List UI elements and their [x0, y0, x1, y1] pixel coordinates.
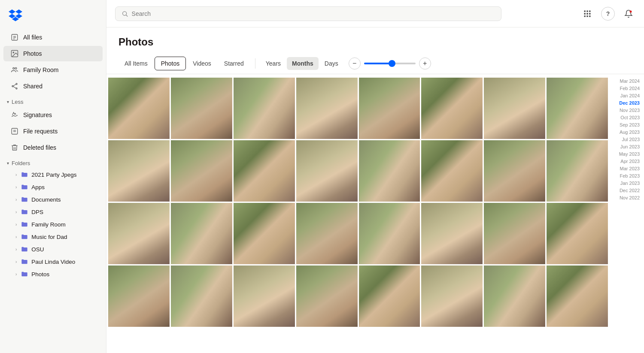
- view-tabs: Years Months Days: [261, 57, 343, 70]
- photo-cell[interactable]: [359, 203, 420, 264]
- search-input[interactable]: [132, 10, 495, 17]
- timeline-item-oct-2023[interactable]: Oct 2023: [611, 114, 642, 121]
- photo-cell[interactable]: [296, 266, 358, 327]
- photo-cell[interactable]: [547, 78, 608, 139]
- tab-days[interactable]: Days: [319, 57, 343, 70]
- photo-cell[interactable]: [234, 266, 295, 327]
- timeline-item-nov-2022[interactable]: Nov 2022: [611, 194, 642, 201]
- photo-cell[interactable]: [484, 203, 545, 264]
- sidebar-item-signatures[interactable]: Signatures: [3, 107, 103, 123]
- photo-cell[interactable]: [547, 140, 608, 202]
- svg-point-10: [16, 88, 17, 89]
- sidebar-folder-documents[interactable]: › Documents: [3, 193, 103, 205]
- sidebar-folder-paul-linda-video[interactable]: › Paul Linda Video: [3, 256, 103, 268]
- photo-cell[interactable]: [171, 203, 232, 264]
- tab-years[interactable]: Years: [261, 57, 286, 70]
- zoom-slider[interactable]: [364, 63, 416, 64]
- sidebar-item-label: Photos: [23, 50, 42, 57]
- photo-cell[interactable]: [296, 203, 358, 264]
- svg-rect-18: [584, 10, 586, 12]
- sidebar-folder-apps[interactable]: › Apps: [3, 181, 103, 193]
- photo-cell[interactable]: [484, 140, 545, 202]
- tab-starred[interactable]: Starred: [218, 57, 250, 70]
- folders-section-header[interactable]: ▾ Folders: [0, 156, 106, 168]
- photo-cell[interactable]: [421, 140, 483, 202]
- search-bar[interactable]: [115, 6, 501, 21]
- header-actions: ?: [580, 7, 635, 21]
- photo-cell[interactable]: [484, 266, 545, 327]
- tab-months[interactable]: Months: [287, 57, 319, 70]
- sidebar-folder-osu[interactable]: › OSU: [3, 243, 103, 255]
- sidebar-item-label: Signatures: [23, 112, 52, 118]
- photo-cell[interactable]: [234, 203, 295, 264]
- sidebar-item-deleted-files[interactable]: Deleted files: [3, 140, 103, 155]
- timeline-item-jan-2023[interactable]: Jan 2023: [611, 180, 642, 187]
- photo-cell[interactable]: [359, 140, 420, 202]
- search-icon: [122, 10, 128, 17]
- sidebar-item-family-room[interactable]: Family Room: [3, 62, 103, 78]
- svg-rect-19: [586, 10, 588, 12]
- photo-cell[interactable]: [296, 78, 358, 139]
- folder-icon: [21, 196, 28, 203]
- tab-photos[interactable]: Photos: [155, 57, 186, 70]
- photo-cell[interactable]: [421, 78, 483, 139]
- folder-chevron-icon: ›: [15, 247, 17, 252]
- timeline-item-jul-2023[interactable]: Jul 2023: [611, 136, 642, 143]
- sidebar-folder-dps[interactable]: › DPS: [3, 206, 103, 218]
- photo-cell[interactable]: [171, 140, 232, 202]
- tab-videos[interactable]: Videos: [187, 57, 217, 70]
- photo-cell[interactable]: [296, 140, 358, 202]
- photo-cell[interactable]: [484, 78, 545, 139]
- sidebar-folder-2021-party-jpegs[interactable]: › 2021 Party Jpegs: [3, 169, 103, 181]
- sidebar-folder-photos-folder[interactable]: › Photos: [3, 268, 103, 280]
- svg-point-16: [123, 11, 127, 15]
- photo-cell[interactable]: [171, 266, 232, 327]
- photo-cell[interactable]: [108, 140, 170, 202]
- photo-cell[interactable]: [108, 266, 170, 327]
- sidebar-item-file-requests[interactable]: File requests: [3, 124, 103, 139]
- folder-label: Music for Dad: [31, 234, 67, 240]
- photo-cell[interactable]: [421, 266, 483, 327]
- content-area: Photos All Items Photos Videos Starred Y…: [106, 27, 644, 353]
- photo-cell[interactable]: [547, 203, 608, 264]
- photo-cell[interactable]: [359, 78, 420, 139]
- sidebar-item-all-files[interactable]: All files: [3, 30, 103, 45]
- help-button[interactable]: ?: [601, 7, 615, 21]
- sidebar-folder-music-for-dad[interactable]: › Music for Dad: [3, 231, 103, 243]
- folder-icon: [21, 271, 28, 278]
- svg-point-9: [12, 86, 13, 87]
- sidebar-item-photos[interactable]: Photos: [3, 46, 103, 61]
- timeline-item-may-2023[interactable]: May 2023: [611, 151, 642, 157]
- sidebar-folder-family-room-folder[interactable]: › Family Room: [3, 218, 103, 230]
- timeline-item-apr-2023[interactable]: Apr 2023: [611, 158, 642, 165]
- timeline-sidebar: Mar 2024Feb 2024Jan 2024Dec 2023Nov 2023…: [610, 74, 644, 353]
- zoom-in-button[interactable]: +: [419, 57, 431, 69]
- photo-cell[interactable]: [108, 203, 170, 264]
- timeline-item-jun-2023[interactable]: Jun 2023: [611, 143, 642, 150]
- notifications-button[interactable]: [622, 7, 635, 21]
- photo-cell[interactable]: [421, 203, 483, 264]
- timeline-item-nov-2023[interactable]: Nov 2023: [611, 107, 642, 114]
- timeline-item-dec-2022[interactable]: Dec 2022: [611, 187, 642, 194]
- photo-cell[interactable]: [234, 78, 295, 139]
- svg-rect-22: [586, 13, 588, 14]
- apps-grid-button[interactable]: [580, 7, 594, 21]
- photo-cell[interactable]: [359, 266, 420, 327]
- timeline-item-feb-2023[interactable]: Feb 2023: [611, 172, 642, 179]
- timeline-item-mar-2023[interactable]: Mar 2023: [611, 165, 642, 172]
- photo-cell[interactable]: [234, 140, 295, 202]
- timeline-item-feb-2024[interactable]: Feb 2024: [611, 85, 642, 92]
- tab-all-items[interactable]: All Items: [118, 57, 154, 70]
- less-section-header[interactable]: ▾ Less: [0, 94, 106, 107]
- chevron-down-icon: ▾: [7, 161, 9, 166]
- photo-cell[interactable]: [547, 266, 608, 327]
- timeline-item-mar-2024[interactable]: Mar 2024: [611, 78, 642, 84]
- sidebar-item-shared[interactable]: Shared: [3, 78, 103, 94]
- photo-cell[interactable]: [108, 78, 170, 139]
- timeline-item-dec-2023[interactable]: Dec 2023: [611, 100, 642, 106]
- timeline-item-jan-2024[interactable]: Jan 2024: [611, 92, 642, 99]
- timeline-item-aug-2023[interactable]: Aug 2023: [611, 129, 642, 136]
- zoom-out-button[interactable]: −: [349, 57, 361, 69]
- photo-cell[interactable]: [171, 78, 232, 139]
- timeline-item-sep-2023[interactable]: Sep 2023: [611, 121, 642, 128]
